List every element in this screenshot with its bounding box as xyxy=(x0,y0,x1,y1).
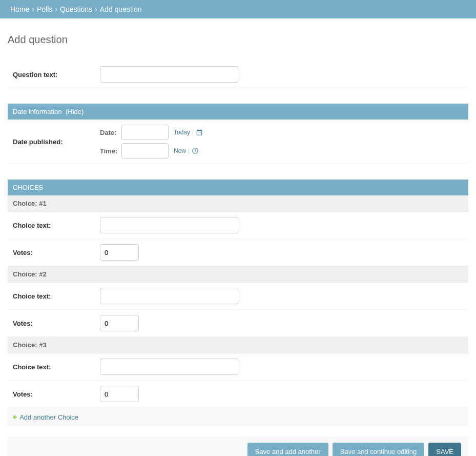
input-time[interactable] xyxy=(121,143,169,158)
input-choice-text-1[interactable] xyxy=(100,217,238,233)
inline-header-choice: Choice: #1 xyxy=(8,195,468,212)
hide-toggle[interactable]: (Hide) xyxy=(66,108,84,115)
input-choice-text-2[interactable] xyxy=(100,288,238,304)
add-another-choice-link[interactable]: + Add another Choice xyxy=(13,413,78,421)
module-choices: Choices Choice: #1 Choice text: Votes: C… xyxy=(8,180,468,426)
submit-row: Save and add another Save and continue e… xyxy=(8,437,468,456)
row-choice-text: Choice text: xyxy=(8,353,468,381)
now-link[interactable]: Now xyxy=(174,147,186,154)
add-row: + Add another Choice xyxy=(8,408,468,426)
input-votes-3[interactable] xyxy=(100,386,139,402)
save-add-another-button[interactable]: Save and add another xyxy=(247,443,328,456)
plus-icon: + xyxy=(13,413,17,421)
module-question: Question text: xyxy=(8,61,468,88)
sublabel-time: Time: xyxy=(100,147,121,155)
row-choice-text: Choice text: xyxy=(8,283,468,310)
row-date-published: Date published: Date: Today | Time: Now … xyxy=(8,120,468,164)
date-line: Date: Today | xyxy=(100,125,463,140)
breadcrumb-current: Add question xyxy=(100,5,142,13)
save-button[interactable]: SAVE xyxy=(428,443,461,456)
inline-header-choice: Choice: #3 xyxy=(8,337,468,353)
input-votes-1[interactable] xyxy=(100,244,139,261)
row-votes: Votes: xyxy=(8,239,468,266)
label-date-published: Date published: xyxy=(13,138,100,146)
input-question-text[interactable] xyxy=(100,66,238,83)
time-line: Time: Now | xyxy=(100,143,463,158)
clock-icon[interactable] xyxy=(192,147,199,154)
input-choice-text-3[interactable] xyxy=(100,359,238,375)
add-another-choice-label: Add another Choice xyxy=(19,413,78,421)
label-choice-text: Choice text: xyxy=(13,292,100,300)
input-date[interactable] xyxy=(121,125,169,140)
dt-sep: | xyxy=(192,129,194,136)
breadcrumb-sep: › xyxy=(55,5,57,13)
label-votes: Votes: xyxy=(13,390,100,398)
inline-header-choice: Choice: #2 xyxy=(8,266,468,283)
module-date-info: Date information (Hide) Date published: … xyxy=(8,104,468,164)
section-header-choices: Choices xyxy=(8,180,468,195)
breadcrumb-polls[interactable]: Polls xyxy=(37,5,52,13)
calendar-icon[interactable] xyxy=(196,129,203,136)
page-title: Add question xyxy=(8,34,468,46)
breadcrumb-sep: › xyxy=(95,5,97,13)
label-votes: Votes: xyxy=(13,249,100,256)
today-link[interactable]: Today xyxy=(174,129,190,136)
section-title: Date information xyxy=(13,108,61,115)
sublabel-date: Date: xyxy=(100,129,121,136)
save-continue-button[interactable]: Save and continue editing xyxy=(333,443,425,456)
row-votes: Votes: xyxy=(8,381,468,408)
label-choice-text: Choice text: xyxy=(13,222,100,229)
input-votes-2[interactable] xyxy=(100,315,139,331)
row-choice-text: Choice text: xyxy=(8,212,468,239)
row-votes: Votes: xyxy=(8,310,468,337)
breadcrumb-questions[interactable]: Questions xyxy=(60,5,92,13)
row-question-text: Question text: xyxy=(8,61,468,88)
section-header-date-info: Date information (Hide) xyxy=(8,104,468,120)
label-votes: Votes: xyxy=(13,320,100,327)
breadcrumb-home[interactable]: Home xyxy=(10,5,29,13)
breadcrumb-sep: › xyxy=(32,5,34,13)
label-question-text: Question text: xyxy=(13,71,100,78)
breadcrumb: Home › Polls › Questions › Add question xyxy=(0,0,476,18)
label-choice-text: Choice text: xyxy=(13,363,100,371)
dt-sep: | xyxy=(188,147,190,154)
